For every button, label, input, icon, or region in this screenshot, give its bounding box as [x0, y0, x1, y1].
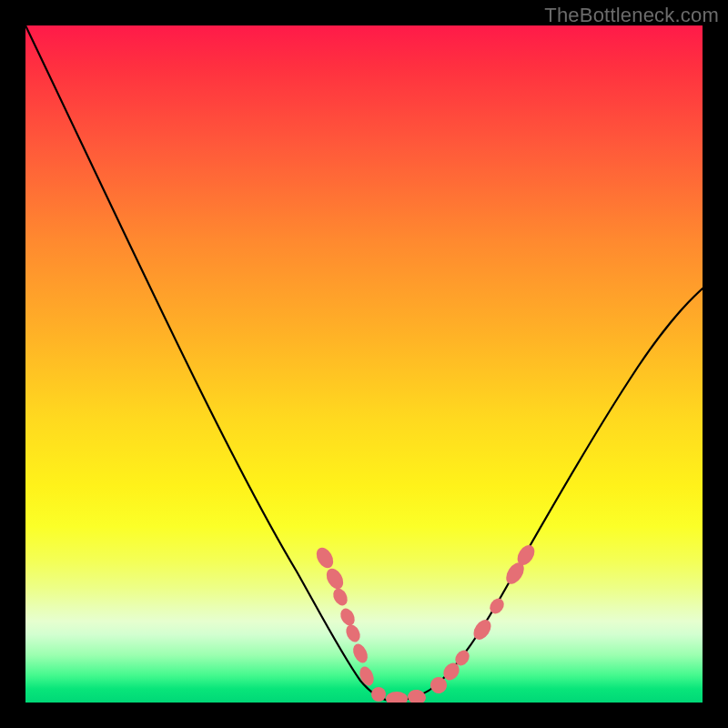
- data-marker: [313, 545, 337, 571]
- curve-group: [25, 25, 703, 701]
- watermark-text: TheBottleneck.com: [544, 4, 719, 27]
- chart-area: [25, 25, 703, 703]
- data-marker: [407, 688, 427, 703]
- data-marker: [386, 692, 408, 703]
- data-marker: [357, 664, 376, 688]
- data-marker: [338, 606, 358, 628]
- data-marker: [487, 596, 507, 617]
- chart-svg: [25, 25, 703, 703]
- data-marker: [323, 566, 347, 592]
- data-marker: [350, 642, 370, 665]
- curve-right-branch: [389, 288, 703, 701]
- data-marker: [371, 687, 386, 702]
- data-marker: [330, 586, 350, 608]
- data-marker: [343, 622, 362, 644]
- marker-group: [313, 542, 538, 703]
